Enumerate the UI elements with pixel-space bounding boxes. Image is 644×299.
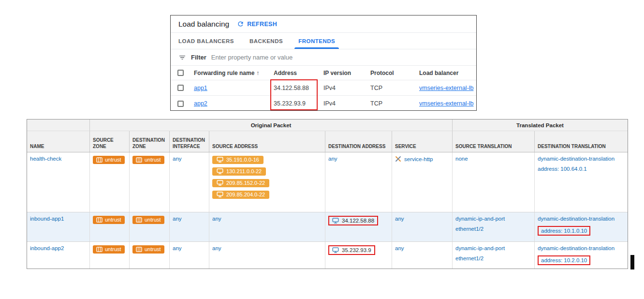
zone-label: untrust xyxy=(105,157,121,163)
tab-bar: LOAD BALANCERS BACKENDS FRONTENDS xyxy=(171,33,476,49)
destination-address-highlighted[interactable]: 35.232.93.9 xyxy=(328,245,375,255)
destination-translation-type[interactable]: dynamic-destination-translation xyxy=(538,156,625,162)
tab-backends[interactable]: BACKENDS xyxy=(242,33,291,49)
column-header-protocol[interactable]: Protocol xyxy=(370,70,419,76)
address-object-label: 209.85.152.0-22 xyxy=(226,180,265,186)
tab-frontends[interactable]: FRONTENDS xyxy=(291,33,343,49)
destination-zone-badge[interactable]: untrust xyxy=(132,156,164,164)
destination-zone-badge[interactable]: untrust xyxy=(132,245,164,254)
column-header-source-address[interactable]: SOURCE ADDRESS xyxy=(209,131,325,152)
zone-icon xyxy=(136,157,142,163)
column-header-ip-version[interactable]: IP version xyxy=(323,70,370,76)
load-balancer-link[interactable]: vmseries-external-lb xyxy=(419,100,476,107)
address-object-badge[interactable]: 130.211.0.0-22 xyxy=(212,167,266,176)
column-header-name[interactable]: NAME xyxy=(27,131,90,152)
nat-rule-row: inbound-app1 untrust untrust any any 34.… xyxy=(27,212,628,242)
destination-translation-address-highlighted[interactable]: address: 10.2.0.10 xyxy=(538,255,590,265)
zone-icon xyxy=(136,217,142,223)
column-header-address[interactable]: Address xyxy=(274,70,323,76)
forwarding-rule-link[interactable]: app1 xyxy=(194,85,274,91)
source-translation-value[interactable]: none xyxy=(455,156,531,162)
source-zone-badge[interactable]: untrust xyxy=(93,216,125,224)
source-translation-type[interactable]: dynamic-ip-and-port xyxy=(455,216,531,222)
destination-address-value: 35.232.93.9 xyxy=(342,247,371,253)
panel-header: Load balancing REFRESH xyxy=(171,15,476,33)
row-checkbox[interactable] xyxy=(177,85,184,91)
table-row: app2 35.232.93.9 IPv4 TCP vmseries-exter… xyxy=(171,96,476,111)
column-header-row: NAME SOURCE ZONE DESTINATION ZONE DESTIN… xyxy=(27,131,628,152)
destination-translation-type[interactable]: dynamic-destination-translation xyxy=(538,245,625,251)
address-object-label: 35.191.0.0-16 xyxy=(226,157,259,163)
rule-name-link[interactable]: inbound-app2 xyxy=(30,245,64,251)
load-balancer-link[interactable]: vmseries-external-lb xyxy=(419,85,476,91)
service-object[interactable]: service-http xyxy=(395,156,433,162)
destination-zone-badge[interactable]: untrust xyxy=(132,216,164,224)
address-object-badge[interactable]: 35.191.0.0-16 xyxy=(212,156,263,164)
nat-policy-table: Original Packet Translated Packet NAME S… xyxy=(27,119,628,269)
destination-translation-type[interactable]: dynamic-destination-translation xyxy=(538,216,625,222)
sort-asc-icon: ↑ xyxy=(256,70,259,76)
destination-address-value[interactable]: any xyxy=(328,156,337,162)
zone-icon xyxy=(96,217,102,223)
destination-interface-value[interactable]: any xyxy=(173,216,182,222)
service-value[interactable]: any xyxy=(395,216,404,222)
source-address-value[interactable]: any xyxy=(212,245,221,251)
tab-load-balancers[interactable]: LOAD BALANCERS xyxy=(178,33,242,49)
rule-name-link[interactable]: health-check xyxy=(30,156,61,162)
refresh-icon xyxy=(237,20,244,28)
column-header-destination-address[interactable]: DESTINATION ADDRESS xyxy=(325,131,392,152)
source-translation-type[interactable]: dynamic-ip-and-port xyxy=(455,245,531,251)
destination-interface-value[interactable]: any xyxy=(173,245,182,251)
destination-translation-address[interactable]: address: 100.64.0.1 xyxy=(538,166,625,172)
service-label: service-http xyxy=(404,156,433,162)
service-value[interactable]: any xyxy=(395,245,404,251)
monitor-icon xyxy=(332,218,339,224)
ip-version-value: IPv4 xyxy=(323,85,370,91)
zone-icon xyxy=(136,247,142,252)
forwarding-rule-link[interactable]: app2 xyxy=(194,100,274,107)
table-row: app1 34.122.58.88 IPv4 TCP vmseries-exte… xyxy=(171,80,476,96)
column-header-service[interactable]: SERVICE xyxy=(392,131,453,152)
column-header-destination-zone[interactable]: DESTINATION ZONE xyxy=(130,131,170,152)
address-object-badge[interactable]: 209.85.152.0-22 xyxy=(212,179,269,187)
column-header-forwarding-rule-name[interactable]: Forwarding rule name↑ xyxy=(194,70,274,76)
service-icon xyxy=(395,156,401,162)
monitor-icon xyxy=(217,157,223,163)
column-header-label: Forwarding rule name xyxy=(194,70,254,76)
column-header-load-balancer[interactable]: Load balancer xyxy=(419,70,476,76)
nat-rule-row: inbound-app2 untrust untrust any any 35.… xyxy=(27,242,628,269)
group-header-empty xyxy=(27,120,90,131)
destination-translation-address-highlighted[interactable]: address: 10.1.0.10 xyxy=(538,226,590,236)
zone-icon xyxy=(96,157,102,163)
zone-label: untrust xyxy=(105,217,121,223)
source-zone-badge[interactable]: untrust xyxy=(93,245,125,254)
refresh-label: REFRESH xyxy=(247,21,277,28)
address-object-badge[interactable]: 209.85.204.0-22 xyxy=(212,191,269,199)
filter-label[interactable]: Filter xyxy=(191,54,206,61)
table-header-row: Forwarding rule name↑ Address IP version… xyxy=(171,66,476,80)
group-header-original-packet: Original Packet xyxy=(90,120,453,131)
column-header-destination-translation[interactable]: DESTINATION TRANSLATION xyxy=(535,131,628,152)
source-translation-interface[interactable]: ethernet1/2 xyxy=(455,255,531,261)
destination-address-highlighted[interactable]: 34.122.58.88 xyxy=(328,216,378,225)
text-cursor-artifact xyxy=(630,255,634,269)
source-zone-badge[interactable]: untrust xyxy=(93,156,125,164)
column-header-source-zone[interactable]: SOURCE ZONE xyxy=(90,131,130,152)
protocol-value: TCP xyxy=(370,100,419,107)
filter-icon xyxy=(178,54,186,61)
zone-label: untrust xyxy=(105,246,121,252)
destination-address-value: 34.122.58.88 xyxy=(342,218,374,224)
destination-interface-value[interactable]: any xyxy=(173,156,182,162)
rule-name-link[interactable]: inbound-app1 xyxy=(30,216,64,222)
source-address-list: 35.191.0.0-16 130.211.0.0-22 209.85.152.… xyxy=(212,156,322,199)
refresh-button[interactable]: REFRESH xyxy=(237,20,277,28)
column-header-source-translation[interactable]: SOURCE TRANSLATION xyxy=(453,131,535,152)
select-all-checkbox[interactable] xyxy=(177,70,184,76)
filter-input[interactable] xyxy=(211,54,468,61)
source-address-value[interactable]: any xyxy=(212,216,221,222)
monitor-icon xyxy=(217,168,223,174)
source-translation-interface[interactable]: ethernet1/2 xyxy=(455,226,531,232)
column-header-destination-interface[interactable]: DESTINATION INTERFACE xyxy=(170,131,209,152)
row-checkbox[interactable] xyxy=(177,101,184,107)
protocol-value: TCP xyxy=(370,85,419,91)
